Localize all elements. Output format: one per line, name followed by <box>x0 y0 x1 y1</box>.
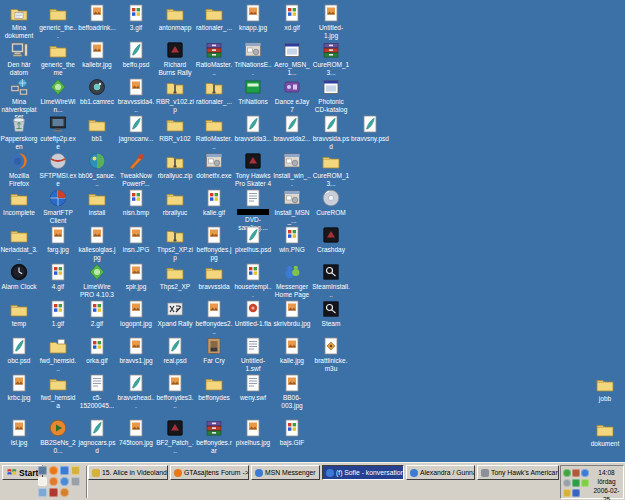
desktop-icon[interactable]: BB06-003.jpg <box>273 373 311 409</box>
desktop-icon[interactable]: SFTPMSI.exe <box>39 151 77 187</box>
desktop-icon[interactable]: Thps2_XP <box>156 262 194 291</box>
desktop-icon[interactable]: beffonydes3... <box>156 373 194 409</box>
desktop-icon[interactable]: fwd_hemsida <box>39 373 77 409</box>
desktop-icon[interactable]: bravvssida4... <box>117 77 155 113</box>
desktop-icon[interactable]: pixelhus.psd <box>234 225 272 254</box>
desktop-icon[interactable]: beffonydes2... <box>195 299 233 335</box>
desktop-icon[interactable]: 3.gif <box>117 3 155 32</box>
desktop-icon[interactable]: generic_theme <box>39 40 77 76</box>
desktop-icon[interactable]: beffonydes <box>195 373 233 402</box>
desktop-icon[interactable]: RatioMaster... <box>195 114 233 150</box>
msn-tray-icon[interactable] <box>581 469 589 477</box>
desktop-icon[interactable]: xd.gif <box>273 3 311 32</box>
desktop-icon[interactable]: obc.psd <box>0 336 38 365</box>
desktop-icon[interactable]: lsl.jpg <box>0 418 38 447</box>
desktop-icon[interactable]: CureROM_13... <box>312 151 350 187</box>
desktop-icon[interactable]: kallesolglas.jpg <box>78 225 116 261</box>
desktop-icon[interactable]: Xpand Rally <box>156 299 194 328</box>
desktop-icon[interactable]: Den här datorn <box>0 40 38 76</box>
desktop-icon[interactable]: SmartFTP Client <box>39 188 77 224</box>
desktop-icon[interactable]: 4.gif <box>39 262 77 291</box>
desktop-icon[interactable]: Mozilla Firefox <box>0 151 38 187</box>
desktop-icon[interactable]: LimeWireWin... <box>39 77 77 113</box>
desktop-icon[interactable]: jobb <box>586 374 624 403</box>
desktop-icon[interactable]: cuteftp2p.exe <box>39 114 77 150</box>
desktop-icon[interactable]: weny.swf <box>234 373 272 402</box>
desktop-icon[interactable]: CureROM_13... <box>312 40 350 76</box>
desktop-icon[interactable]: bravvshead... <box>117 373 155 409</box>
desktop-icon[interactable]: Thps2_XP.zip <box>156 225 194 261</box>
desktop-icon[interactable]: bb1.camrec <box>78 77 116 106</box>
desktop-icon[interactable]: 1.gif <box>39 299 77 328</box>
desktop-icon[interactable]: Install_win_... <box>273 151 311 187</box>
desktop-icon[interactable]: Untitled-1.jpg <box>312 3 350 39</box>
desktop-icon[interactable]: Alarm Clock <box>0 262 38 291</box>
red-tray-icon[interactable] <box>572 469 580 477</box>
desktop-icon[interactable]: bb1 <box>78 114 116 143</box>
desktop-icon[interactable]: RatioMaster... <box>195 40 233 76</box>
desktop-icon[interactable]: BF2_Patch_... <box>156 418 194 454</box>
desktop-icon[interactable]: beffo.psd <box>117 40 155 69</box>
desktop-icon[interactable]: bb06_sanue... <box>78 151 116 187</box>
desktop-icon[interactable]: Richard Burns Rally <box>156 40 194 76</box>
desktop-icon[interactable]: jagnocars.psd <box>78 418 116 454</box>
desktop-icon[interactable]: rbrallyuc <box>156 188 194 217</box>
power-tray-icon[interactable] <box>581 479 589 487</box>
desktop-icon[interactable]: fwd_hemsid... <box>39 336 77 372</box>
desktop-icon[interactable]: orka.gif <box>78 336 116 365</box>
desktop-icon[interactable]: TriNations <box>234 77 272 106</box>
taskbar-task-6[interactable]: Tony Hawk's American W... <box>477 465 559 480</box>
desktop-icon[interactable]: logopnt.jpg <box>117 299 155 328</box>
desktop-icon[interactable]: Photonic CD-katalog <box>312 77 350 113</box>
blue-tray-icon[interactable] <box>572 489 580 497</box>
desktop-icon[interactable]: kalle.gif <box>195 188 233 217</box>
desktop-icon[interactable]: 2.gif <box>78 299 116 328</box>
desktop-icon[interactable]: BB2SeNs_20... <box>39 418 77 454</box>
desktop-icon[interactable]: TriNationsE... <box>234 40 272 76</box>
desktop-icon[interactable]: 745toon.jpg <box>117 418 155 447</box>
desktop-icon[interactable]: brattlinicke.m3u <box>312 336 350 372</box>
desktop-icon[interactable]: CureROM <box>312 188 350 217</box>
desktop-icon[interactable]: Messenger Home Page <box>273 262 311 298</box>
desktop-icon[interactable]: LimeWire PRO 4.10.3 <box>78 262 116 298</box>
taskbar-task-5[interactable]: Alexandra / Gunnar - ko... <box>406 465 475 480</box>
desktop-icon[interactable]: rationaler_... <box>195 77 233 106</box>
desktop-icon[interactable]: Untitled-1.swf <box>234 336 272 372</box>
desktop-icon[interactable]: beffonydes.jpg <box>195 225 233 261</box>
desktop-icon[interactable]: c5-15200045... <box>78 373 116 409</box>
desktop-icon[interactable]: farg.jpg <box>39 225 77 254</box>
green-tray-icon[interactable] <box>572 479 580 487</box>
desktop-icon[interactable]: beffoadrink... <box>78 3 116 32</box>
desktop-icon[interactable]: Dance eJay 7 <box>273 77 311 113</box>
desktop-icon[interactable]: Nerladdat_3... <box>0 225 38 261</box>
desktop-icon[interactable]: TweakNow PowerP... <box>117 151 155 187</box>
desktop-icon[interactable]: temp <box>0 299 38 328</box>
desktop-icon[interactable]: dotnetfx.exe <box>195 151 233 180</box>
desktop-icon[interactable]: jagnocanv... <box>117 114 155 143</box>
desktop-icon[interactable]: Untitled-1.fla <box>234 299 272 328</box>
desktop-icon[interactable]: Incomplete <box>0 188 38 217</box>
desktop-icon[interactable]: bravvsida.psd <box>312 114 350 150</box>
desktop-icon[interactable]: bravvsida3... <box>234 114 272 143</box>
gray-tray-icon[interactable] <box>563 479 571 487</box>
limewire-tray-icon[interactable] <box>563 469 571 477</box>
desktop-icon[interactable]: insn.JPG <box>117 225 155 254</box>
desktop-icon[interactable]: pixelhus.jpg <box>234 418 272 447</box>
desktop-icon[interactable]: rbrallyuc.zip <box>156 151 194 180</box>
taskbar-task-1[interactable]: 15. Alice in Videoland - R... <box>88 465 168 480</box>
desktop-icon[interactable]: krbc.jpg <box>0 373 38 402</box>
desktop-icon[interactable]: dokument <box>586 419 624 448</box>
desktop-icon[interactable]: bravvssida <box>195 262 233 291</box>
desktop-icon[interactable]: splr.jpg <box>117 262 155 291</box>
desktop-icon[interactable]: beffonydes.rar <box>195 418 233 454</box>
taskbar-task-3[interactable]: MSN Messenger <box>251 465 320 480</box>
yellow-tray-icon[interactable] <box>563 489 571 497</box>
desktop-icon[interactable]: nisn.bmp <box>117 188 155 217</box>
desktop-icon[interactable]: housetempl... <box>234 262 272 298</box>
desktop-icon[interactable]: RBR_v102 <box>156 114 194 143</box>
desktop-icon[interactable]: skrivbrdu.jpg <box>273 299 311 328</box>
desktop-icon[interactable]: install <box>78 188 116 217</box>
desktop-icon[interactable]: knapp.jpg <box>234 3 272 32</box>
desktop-icon[interactable]: Crashday <box>312 225 350 254</box>
desktop-icon[interactable]: rationaler_... <box>195 3 233 32</box>
